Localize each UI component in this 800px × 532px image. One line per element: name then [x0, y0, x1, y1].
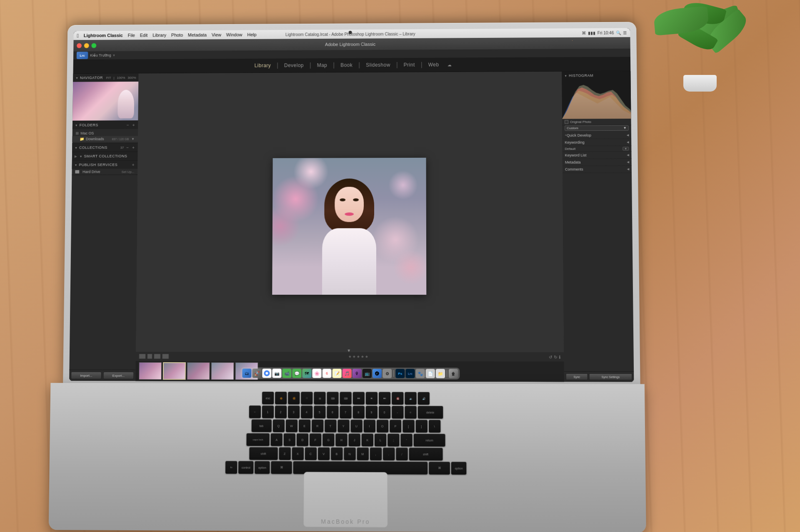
- key-9[interactable]: 9: [365, 406, 377, 418]
- key-7[interactable]: 7: [340, 406, 351, 418]
- star-5[interactable]: ★: [365, 355, 368, 359]
- key-v[interactable]: V: [318, 447, 330, 460]
- publish-services-plus-btn[interactable]: +: [131, 162, 135, 167]
- folders-minus-btn[interactable]: −: [126, 123, 130, 127]
- dock-lrc[interactable]: Lrc: [405, 369, 415, 378]
- key-backslash[interactable]: \: [428, 420, 440, 433]
- key-f3[interactable]: □: [301, 392, 312, 404]
- key-control[interactable]: control: [238, 461, 253, 474]
- dock-music[interactable]: 🎵: [342, 369, 352, 378]
- key-q[interactable]: Q: [272, 420, 284, 432]
- key-t[interactable]: T: [325, 420, 336, 432]
- key-slash[interactable]: /: [396, 447, 408, 460]
- menu-edit[interactable]: Edit: [140, 33, 148, 38]
- key-rbracket[interactable]: ]: [415, 420, 427, 433]
- set-up-link[interactable]: Set Up...: [121, 170, 134, 174]
- rotate-left-icon[interactable]: ↺: [549, 355, 552, 359]
- menu-photo[interactable]: Photo: [171, 32, 183, 37]
- key-x[interactable]: X: [292, 447, 303, 460]
- dock-chrome[interactable]: [262, 369, 271, 378]
- nav-fill-btn[interactable]: |: [113, 76, 114, 80]
- dock-calendar[interactable]: 6: [322, 369, 332, 378]
- key-1[interactable]: 1: [262, 405, 273, 418]
- key-return[interactable]: return: [414, 434, 445, 447]
- dock-photos[interactable]: 📷: [272, 369, 281, 378]
- key-w[interactable]: W: [285, 420, 297, 432]
- key-i[interactable]: I: [363, 420, 375, 432]
- key-c[interactable]: C: [305, 447, 316, 460]
- key-e[interactable]: E: [299, 420, 310, 432]
- key-f2[interactable]: 🔆: [288, 392, 300, 404]
- dock-photos2[interactable]: 🌸: [312, 369, 321, 378]
- navigator-header[interactable]: ▼ Navigator FIT | 100% 300%: [73, 73, 138, 82]
- key-f5[interactable]: ⌨: [327, 392, 338, 404]
- sync-settings-button[interactable]: Sync Settings: [589, 373, 632, 380]
- dock-maps[interactable]: 🗺: [302, 369, 311, 378]
- menu-help[interactable]: Help: [247, 32, 256, 37]
- app-name-menu[interactable]: Lightroom Classic: [84, 33, 123, 38]
- key-f4[interactable]: ⊞: [314, 392, 325, 404]
- histogram-header[interactable]: ▼ Histogram: [562, 71, 630, 80]
- folders-header[interactable]: ▼ Folders − +: [72, 121, 138, 129]
- thumbnail-2[interactable]: [163, 362, 186, 380]
- key-n[interactable]: N: [344, 447, 355, 460]
- star-1[interactable]: ★: [348, 355, 351, 359]
- filmstrip-collapse-btn[interactable]: ▼: [347, 348, 351, 353]
- module-book[interactable]: Book: [335, 58, 358, 72]
- key-a[interactable]: A: [271, 433, 282, 446]
- dock-unknown1[interactable]: 🐾: [416, 369, 425, 378]
- key-fn[interactable]: fn: [225, 461, 237, 474]
- folders-plus-btn[interactable]: +: [132, 123, 136, 127]
- key-esc[interactable]: esc: [262, 392, 274, 404]
- key-command-right[interactable]: ⌘: [429, 462, 450, 475]
- dock-unknown3[interactable]: 📁: [436, 369, 445, 378]
- key-8[interactable]: 8: [352, 406, 364, 418]
- menu-view[interactable]: View: [212, 32, 221, 37]
- key-4[interactable]: 4: [301, 405, 312, 418]
- comments-section[interactable]: Comments ◀: [562, 166, 632, 173]
- publish-services-header[interactable]: ▼ Publish Services +: [72, 161, 138, 169]
- star-4[interactable]: ★: [360, 355, 364, 359]
- minimize-button[interactable]: [84, 43, 89, 48]
- key-r[interactable]: R: [312, 420, 323, 432]
- key-m[interactable]: M: [357, 447, 368, 460]
- key-period[interactable]: .: [383, 447, 395, 460]
- key-y[interactable]: Y: [338, 420, 349, 432]
- folder-downloads[interactable]: 📁 Downloads 897 / 120 GB ▼: [72, 136, 138, 142]
- collections-minus-btn[interactable]: −: [125, 145, 130, 150]
- key-o[interactable]: O: [377, 420, 388, 432]
- module-web[interactable]: Web: [423, 58, 444, 72]
- loupe-view-icon[interactable]: [147, 354, 152, 359]
- key-k[interactable]: K: [362, 434, 373, 447]
- key-f1[interactable]: 🔅: [275, 392, 287, 404]
- folder-macos[interactable]: ⊞ Mac OS: [72, 130, 138, 136]
- key-minus[interactable]: -: [392, 406, 403, 418]
- star-3[interactable]: ★: [356, 355, 360, 359]
- key-b[interactable]: B: [331, 447, 342, 460]
- key-u[interactable]: U: [350, 420, 362, 432]
- key-5[interactable]: 5: [314, 406, 325, 418]
- thumbnail-3[interactable]: [187, 362, 210, 380]
- key-comma[interactable]: ,: [370, 447, 381, 460]
- dock-photoshop[interactable]: Ps: [395, 369, 405, 378]
- notification-icon[interactable]: ☰: [623, 30, 627, 35]
- default-dropdown[interactable]: ▼: [622, 147, 629, 151]
- key-f[interactable]: F: [310, 433, 321, 446]
- menu-window[interactable]: Window: [226, 32, 242, 37]
- key-f8[interactable]: ⏯: [366, 392, 378, 405]
- key-rshift[interactable]: shift: [409, 448, 442, 461]
- collections-header[interactable]: ▼ Collections 37 − +: [72, 143, 138, 152]
- thumbnail-4[interactable]: [211, 362, 234, 380]
- dock-notes[interactable]: 📝: [332, 369, 342, 378]
- dock-facetime[interactable]: 📹: [282, 369, 291, 378]
- rotate-right-icon[interactable]: ↻: [554, 355, 557, 359]
- key-2[interactable]: 2: [275, 405, 286, 418]
- module-develop[interactable]: Develop: [279, 58, 309, 72]
- dock-unknown2[interactable]: 📄: [426, 369, 435, 378]
- info-icon[interactable]: ℹ: [559, 355, 560, 359]
- key-f11[interactable]: 🔉: [405, 392, 416, 405]
- export-button[interactable]: Export...: [103, 372, 134, 379]
- dock-tv[interactable]: 📺: [362, 369, 372, 378]
- key-lshift[interactable]: shift: [249, 447, 278, 460]
- key-z[interactable]: Z: [279, 447, 290, 460]
